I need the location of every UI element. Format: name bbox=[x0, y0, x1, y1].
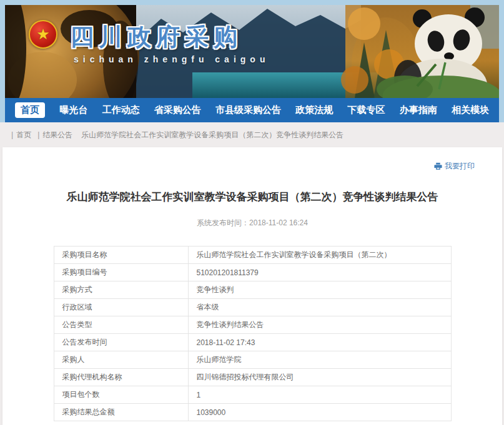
row-value: 四川锦德招投标代理有限公司 bbox=[188, 369, 451, 386]
table-row: 采购项目编号 510201201811379 bbox=[54, 264, 451, 281]
site-title: 四川政府采购 bbox=[70, 21, 242, 53]
row-value: 竞争性谈判结果公告 bbox=[188, 316, 451, 334]
nav-item-city-county-announcements[interactable]: 市县级采购公告 bbox=[215, 104, 281, 116]
row-value: 1 bbox=[188, 386, 451, 404]
site-subtitle-pinyin: sichuan zhengfu caigou bbox=[74, 54, 269, 64]
table-row: 采购结果总金额 1039000 bbox=[54, 404, 451, 421]
row-label: 采购结果总金额 bbox=[54, 404, 188, 421]
top-frame: ★ 四川政府采购 sichuan zhengfu caigou 首页 曝光台 工… bbox=[0, 0, 504, 122]
row-label: 项目包个数 bbox=[54, 386, 188, 404]
row-label: 公告发布时间 bbox=[54, 334, 188, 351]
breadcrumb-result-announcements[interactable]: 结果公告 bbox=[42, 130, 72, 140]
row-label: 行政区域 bbox=[54, 299, 188, 316]
row-value: 乐山师范学院 bbox=[188, 351, 451, 369]
table-row: 采购项目名称 乐山师范学院社会工作实训室教学设备采购项目（第二次） bbox=[54, 247, 451, 264]
page-title: 乐山师范学院社会工作实训室教学设备采购项目（第二次）竞争性谈判结果公告 bbox=[40, 190, 465, 204]
row-value: 竞争性谈判 bbox=[188, 281, 451, 299]
printer-icon bbox=[434, 162, 442, 170]
row-label: 采购人 bbox=[54, 351, 188, 369]
print-button-label: 我要打印 bbox=[445, 161, 475, 172]
nav-item-policies[interactable]: 政策法规 bbox=[295, 104, 333, 116]
nav-item-work-news[interactable]: 工作动态 bbox=[102, 104, 140, 116]
breadcrumb-current-page: 乐山师范学院社会工作实训室教学设备采购项目（第二次）竞争性谈判结果公告 bbox=[81, 130, 343, 140]
content-card: 我要打印 乐山师范学院社会工作实训室教学设备采购项目（第二次）竞争性谈判结果公告… bbox=[2, 147, 502, 425]
table-row: 采购代理机构名称 四川锦德招投标代理有限公司 bbox=[54, 369, 451, 386]
table-row: 公告发布时间 2018-11-02 17:43 bbox=[54, 334, 451, 351]
national-emblem-icon: ★ bbox=[29, 20, 57, 49]
publish-time: 系统发布时间：2018-11-02 16:24 bbox=[2, 218, 502, 228]
row-label: 采购代理机构名称 bbox=[54, 369, 188, 386]
main-nav: 首页 曝光台 工作动态 省采购公告 市县级采购公告 政策法规 下载专区 办事指南… bbox=[5, 98, 499, 122]
site-banner: ★ 四川政府采购 sichuan zhengfu caigou bbox=[5, 5, 499, 98]
row-value: 1039000 bbox=[188, 404, 451, 421]
toolbar: 我要打印 bbox=[2, 147, 502, 172]
table-row: 采购方式 竞争性谈判 bbox=[54, 281, 451, 299]
emblem-star-icon: ★ bbox=[36, 27, 50, 42]
nav-item-exposure[interactable]: 曝光台 bbox=[59, 104, 87, 116]
table-row: 项目包个数 1 bbox=[54, 386, 451, 404]
breadcrumb-separator: | bbox=[37, 130, 39, 139]
nav-item-provincial-announcements[interactable]: 省采购公告 bbox=[154, 104, 201, 116]
breadcrumb-separator: | bbox=[11, 130, 13, 139]
table-row: 公告类型 竞争性谈判结果公告 bbox=[54, 316, 451, 334]
row-value: 2018-11-02 17:43 bbox=[188, 334, 451, 351]
table-row: 行政区域 省本级 bbox=[54, 299, 451, 316]
row-value: 乐山师范学院社会工作实训室教学设备采购项目（第二次） bbox=[188, 247, 451, 264]
breadcrumb-home[interactable]: 首页 bbox=[16, 130, 31, 140]
nav-item-related-modules[interactable]: 相关模块 bbox=[452, 104, 489, 116]
row-label: 采购方式 bbox=[54, 281, 188, 299]
nav-item-downloads[interactable]: 下载专区 bbox=[348, 104, 385, 116]
row-label: 采购项目编号 bbox=[54, 264, 188, 281]
table-row: 采购人 乐山师范学院 bbox=[54, 351, 451, 369]
breadcrumb: | 首页 | 结果公告 乐山师范学院社会工作实训室教学设备采购项目（第二次）竞争… bbox=[0, 122, 504, 147]
print-button[interactable]: 我要打印 bbox=[434, 161, 475, 172]
nav-item-guide[interactable]: 办事指南 bbox=[400, 104, 437, 116]
row-label: 采购项目名称 bbox=[54, 247, 188, 264]
row-label: 公告类型 bbox=[54, 316, 188, 334]
row-value: 省本级 bbox=[188, 299, 451, 316]
procurement-info-table: 采购项目名称 乐山师范学院社会工作实训室教学设备采购项目（第二次） 采购项目编号… bbox=[54, 246, 452, 421]
row-value: 510201201811379 bbox=[188, 264, 451, 281]
nav-item-home[interactable]: 首页 bbox=[15, 102, 45, 118]
